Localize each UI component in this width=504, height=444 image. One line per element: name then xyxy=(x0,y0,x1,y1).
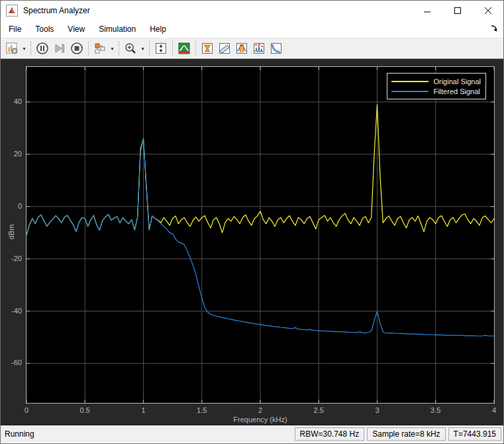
ccdf-measurements-button[interactable] xyxy=(268,40,285,57)
status-bar: Running RBW=30.748 Hz Sample rate=8 kHz … xyxy=(1,425,503,443)
y-tick-label: 0 xyxy=(1,202,24,210)
legend-entry-filtered: Filtered Signal xyxy=(391,86,481,96)
x-tick-label: 2.5 xyxy=(304,406,333,414)
spectrogram-icon xyxy=(177,42,191,55)
legend-entry-original: Original Signal xyxy=(391,76,481,86)
span-button[interactable] xyxy=(152,40,170,57)
menu-file[interactable]: File xyxy=(3,22,27,36)
playback-settings-dropdown[interactable]: ▾ xyxy=(109,40,116,57)
dock-button[interactable] xyxy=(489,23,499,34)
toolbar-separator xyxy=(30,41,31,56)
legend-label-original: Original Signal xyxy=(433,78,481,85)
spectrum-settings-icon xyxy=(5,42,19,55)
x-tick-label: 4 xyxy=(479,406,504,414)
title-bar: Spectrum Analyzer xyxy=(1,1,503,21)
menu-simulation[interactable]: Simulation xyxy=(93,22,142,36)
pause-icon xyxy=(36,42,49,55)
legend-label-filtered: Filtered Signal xyxy=(433,87,479,95)
zoom-in-icon xyxy=(124,42,137,55)
status-sample-rate: Sample rate=8 kHz xyxy=(367,427,445,441)
toolbar: ▾ xyxy=(1,38,503,59)
simulink-blocks-icon xyxy=(93,42,107,55)
pause-button[interactable] xyxy=(34,40,51,57)
toolbar-separator xyxy=(88,41,89,56)
spectral-mask-button[interactable] xyxy=(199,40,216,57)
x-tick-label: 2 xyxy=(246,406,275,414)
step-forward-icon xyxy=(53,42,66,55)
spectrum-plot[interactable] xyxy=(26,67,494,403)
status-time: T=7443.915 xyxy=(448,427,501,441)
playback-settings-button[interactable] xyxy=(91,40,109,57)
toolbar-separator xyxy=(119,41,119,56)
menu-tools[interactable]: Tools xyxy=(29,22,60,36)
y-tick-label: 20 xyxy=(1,150,24,158)
stop-icon xyxy=(70,42,83,55)
plot-region: dBm 40200-20-40-60 00.511.522.533.54 Fre… xyxy=(1,59,503,425)
menu-view[interactable]: View xyxy=(62,22,91,36)
cursor-measurements-button[interactable] xyxy=(216,40,233,57)
span-icon xyxy=(154,42,168,55)
toolbar-separator xyxy=(149,41,150,56)
menu-help[interactable]: Help xyxy=(144,22,172,36)
x-tick-label: 0.5 xyxy=(70,406,99,414)
x-tick-label: 1.5 xyxy=(187,406,217,414)
x-tick-label: 3 xyxy=(363,406,392,414)
y-axis-title: dBm xyxy=(7,219,15,245)
spectrogram-button[interactable] xyxy=(176,40,193,57)
y-tick-label: 40 xyxy=(1,97,24,105)
channel-measurements-button[interactable] xyxy=(233,40,250,57)
channel-measurements-icon xyxy=(235,42,248,55)
legend[interactable]: Original Signal Filtered Signal xyxy=(387,73,486,99)
legend-line-original xyxy=(391,81,428,82)
distortion-measurements-button[interactable] xyxy=(250,40,268,57)
maximize-button[interactable] xyxy=(442,1,473,21)
close-button[interactable] xyxy=(473,1,503,21)
toolbar-separator xyxy=(195,41,196,56)
status-state: Running xyxy=(3,429,292,439)
menu-bar: File Tools View Simulation Help xyxy=(1,21,503,38)
x-tick-label: 0 xyxy=(12,406,41,414)
distortion-measurements-icon xyxy=(252,42,266,55)
y-tick-label: -40 xyxy=(1,307,24,315)
zoom-in-button[interactable] xyxy=(122,40,139,57)
stop-button[interactable] xyxy=(68,40,85,57)
axes: Original Signal Filtered Signal xyxy=(26,66,495,404)
ccdf-icon xyxy=(270,42,283,55)
ruler-icon xyxy=(218,42,231,55)
y-tick-label: -60 xyxy=(1,359,24,366)
step-forward-button[interactable] xyxy=(51,40,68,57)
spectrum-settings-dropdown[interactable]: ▾ xyxy=(21,40,28,57)
x-tick-label: 1 xyxy=(129,406,158,414)
legend-line-filtered xyxy=(391,91,428,92)
spectrum-analyzer-window: Spectrum Analyzer File Tools View Simula… xyxy=(0,0,504,444)
x-tick-label: 3.5 xyxy=(421,406,450,414)
zoom-in-dropdown[interactable]: ▾ xyxy=(139,40,146,57)
spectrum-settings-button[interactable] xyxy=(3,40,21,57)
y-tick-label: -20 xyxy=(1,254,24,262)
app-logo-icon xyxy=(6,5,18,17)
toolbar-separator xyxy=(172,41,173,56)
window-title: Spectrum Analyzer xyxy=(23,6,90,15)
dock-icon xyxy=(490,25,498,32)
minimize-button[interactable] xyxy=(412,1,442,21)
x-axis-title: Frequency (kHz) xyxy=(26,416,494,423)
spectral-mask-icon xyxy=(201,42,214,55)
status-rbw: RBW=30.748 Hz xyxy=(295,427,365,441)
